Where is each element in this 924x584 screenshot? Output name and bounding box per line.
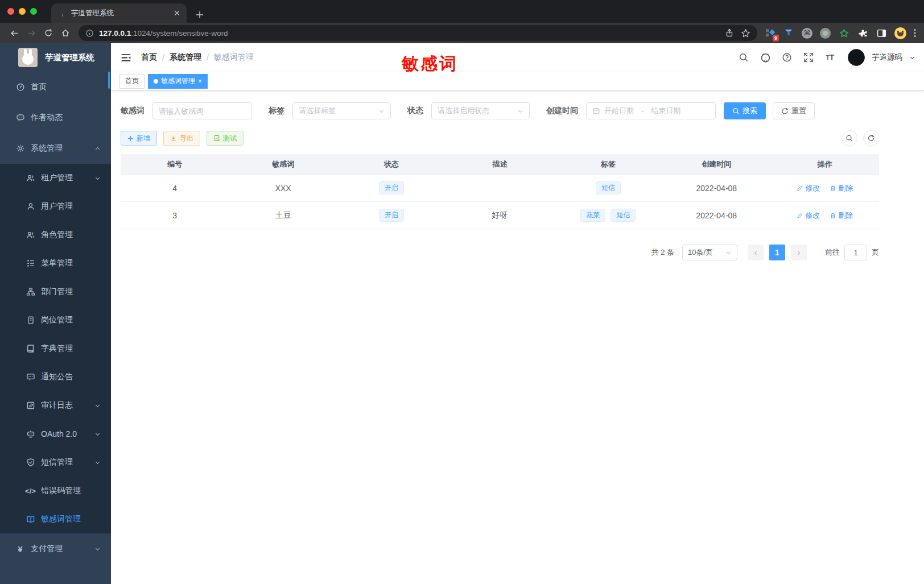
user-menu-caret-icon[interactable] <box>909 55 915 61</box>
sidebar-toggle-icon[interactable] <box>119 51 132 64</box>
table-search-toggle-button[interactable] <box>842 130 857 146</box>
kebab-menu-icon[interactable] <box>914 28 916 38</box>
command-icon[interactable]: ⌘ <box>802 28 812 39</box>
sidebar-item-user[interactable]: 用户管理 <box>0 192 111 221</box>
sidebar-item-label: 支付管理 <box>31 544 63 554</box>
breadcrumb-home[interactable]: 首页 <box>141 52 157 63</box>
code-icon: </> <box>26 487 35 495</box>
page-number-button[interactable]: 1 <box>769 245 785 260</box>
traffic-lights <box>0 8 44 15</box>
sidebar-item-menu[interactable]: 菜单管理 <box>0 249 111 277</box>
bookmark-star-icon[interactable] <box>741 28 750 38</box>
sidebar-item-sensitive-word[interactable]: 敏感词管理 <box>0 505 111 533</box>
search-button[interactable]: 搜索 <box>724 102 766 119</box>
sidebar-item-error-code[interactable]: </> 错误码管理 <box>0 477 111 505</box>
breadcrumb-system[interactable]: 系统管理 <box>170 52 201 63</box>
sidebar-item-author-news[interactable]: 作者动态 <box>0 102 111 133</box>
sidebar-item-tenant[interactable]: 租户管理 <box>0 164 111 192</box>
status-select[interactable]: 请选择启用状态 <box>431 102 530 119</box>
next-page-button[interactable]: › <box>791 245 807 260</box>
table-refresh-button[interactable] <box>863 130 879 146</box>
browser-toolbar: 127.0.0.1:1024/system/sensitive-word 9 ⌘ <box>0 23 924 43</box>
back-icon[interactable] <box>6 25 23 41</box>
emoji-avatar[interactable] <box>894 27 906 39</box>
keyword-filter-label: 敏感词 <box>121 106 145 116</box>
export-button[interactable]: 导出 <box>163 131 200 146</box>
app-logo-row[interactable]: 芋道管理系统 <box>0 43 111 72</box>
green-star-icon[interactable] <box>838 27 849 39</box>
sidebar-item-announcement[interactable]: 通知公告 <box>0 363 111 391</box>
home-icon[interactable] <box>57 25 74 41</box>
tab-close-icon[interactable] <box>174 10 180 16</box>
recorder-icon[interactable] <box>820 28 831 39</box>
help-icon[interactable] <box>779 50 794 65</box>
sidebar-item-dictionary[interactable]: 字典管理 <box>0 334 111 363</box>
user-avatar[interactable] <box>848 49 865 66</box>
status-badge: 开启 <box>379 181 404 195</box>
delete-link[interactable]: 删除 <box>830 183 853 193</box>
open-book-icon <box>26 515 35 524</box>
view-tab-home[interactable]: 首页 <box>119 74 145 89</box>
info-icon[interactable] <box>85 29 94 38</box>
sidebar-item-department[interactable]: 部门管理 <box>0 277 111 306</box>
sidebar-item-system[interactable]: 系统管理 <box>0 133 111 164</box>
sidebar-item-label: 菜单管理 <box>41 258 73 268</box>
zoom-window-button[interactable] <box>30 8 37 15</box>
search-icon[interactable] <box>736 50 751 65</box>
red-annotation-text: 敏感词 <box>402 52 458 76</box>
new-tab-button[interactable] <box>196 11 204 19</box>
user-icon <box>26 202 35 211</box>
test-button[interactable]: 测试 <box>207 131 244 146</box>
navbar-right: TT 芋道源码 <box>736 49 915 66</box>
cell-tags: 短信 <box>554 181 662 195</box>
funnel-icon[interactable] <box>783 27 794 39</box>
cell-id: 3 <box>121 211 229 220</box>
sidebar-item-payment[interactable]: ¥ 支付管理 <box>0 533 111 564</box>
sidebar-item-audit-log[interactable]: 审计日志 <box>0 391 111 420</box>
sidebar-item-post[interactable]: 岗位管理 <box>0 306 111 334</box>
audit-log-icon <box>26 401 35 410</box>
sidebar-item-home[interactable]: 首页 <box>0 72 111 102</box>
add-button[interactable]: 新增 <box>121 131 157 146</box>
refresh-icon <box>781 107 789 115</box>
fullscreen-icon[interactable] <box>801 50 816 65</box>
browser-tab[interactable]: 芋道管理系统 <box>51 3 187 23</box>
prev-page-button[interactable]: ‹ <box>748 245 764 260</box>
extension-grid-icon[interactable]: 9 <box>764 27 776 39</box>
reload-icon[interactable] <box>40 25 57 41</box>
sidebar-item-sms[interactable]: 短信管理 <box>0 448 111 477</box>
reset-button[interactable]: 重置 <box>773 102 815 119</box>
sidebar-panel-icon[interactable] <box>876 27 887 39</box>
minimize-window-button[interactable] <box>19 8 26 15</box>
close-window-button[interactable] <box>7 8 14 15</box>
sidebar-submenu-system: 租户管理 用户管理 角色管理 菜单管理 部门管理 岗位管理 <box>0 164 111 533</box>
font-size-icon[interactable]: TT <box>823 50 838 65</box>
puzzle-icon[interactable] <box>857 27 868 39</box>
sidebar-scrollbar-thumb[interactable] <box>108 72 110 89</box>
tag-select[interactable]: 请选择标签 <box>292 102 391 119</box>
share-icon[interactable] <box>725 28 734 38</box>
keyword-input[interactable] <box>159 107 246 115</box>
goto-page-input[interactable] <box>844 245 867 260</box>
sidebar-item-label: 部门管理 <box>41 287 73 297</box>
forward-icon[interactable] <box>23 25 40 41</box>
url-host: 127.0.0.1 <box>99 29 131 38</box>
delete-link[interactable]: 删除 <box>830 210 853 221</box>
date-range-picker[interactable]: 开始日期 - 结束日期 <box>586 102 716 119</box>
tab-close-icon[interactable]: × <box>198 78 202 85</box>
view-tab-sensitive-word[interactable]: 敏感词管理 × <box>148 74 208 89</box>
sidebar-item-role[interactable]: 角色管理 <box>0 221 111 249</box>
time-filter-label: 创建时间 <box>546 106 578 116</box>
page-size-select[interactable]: 10条/页 <box>682 245 737 260</box>
edit-link[interactable]: 修改 <box>797 210 820 221</box>
sidebar-item-label: 通知公告 <box>41 372 73 382</box>
url-bar[interactable]: 127.0.0.1:1024/system/sensitive-word <box>79 25 757 41</box>
extension-badge: 9 <box>773 35 779 42</box>
github-icon[interactable] <box>758 50 773 65</box>
sidebar-item-oauth[interactable]: OAuth 2.0 <box>0 420 111 448</box>
edit-link[interactable]: 修改 <box>797 183 820 193</box>
table-header: 编号 敏感词 状态 描述 标签 创建时间 操作 <box>121 154 879 175</box>
menu-tree-icon <box>26 259 35 268</box>
pencil-icon <box>797 212 803 219</box>
chevron-down-icon <box>94 175 101 181</box>
